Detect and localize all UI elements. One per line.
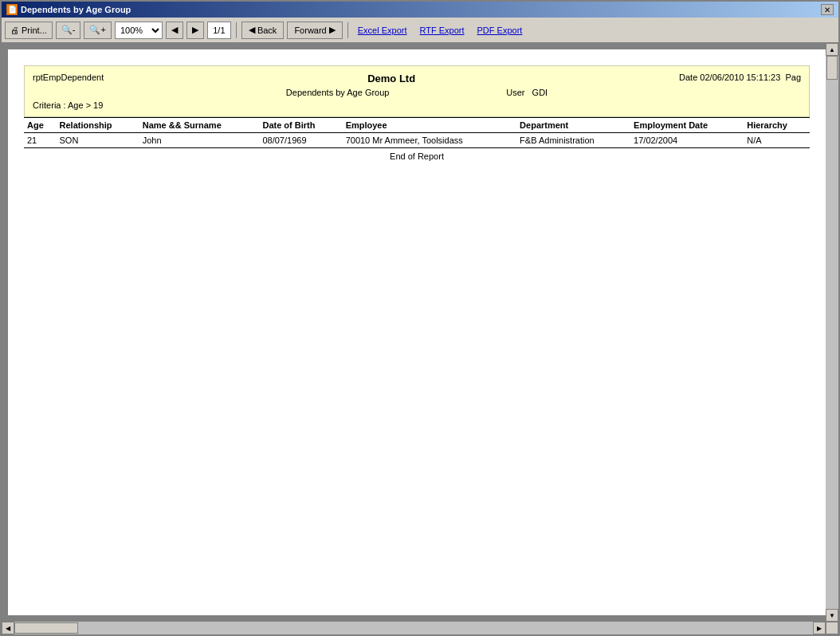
content-area: rptEmpDependent Demo Ltd Date 02/06/2010… [2, 43, 838, 634]
date-value: 02/06/2010 15:11:23 [700, 73, 780, 82]
title-bar-left: 📄 Dependents by Age Group [6, 4, 131, 15]
scrollbar-corner [826, 622, 838, 634]
table-body: 21 SON John 08/07/1969 70010 Mr Ammeer, … [24, 133, 810, 148]
main-window: 📄 Dependents by Age Group ✕ 🖨 Print... 🔍… [0, 0, 840, 636]
scroll-up-button[interactable]: ▲ [826, 43, 838, 56]
report-subtitle: Dependents by Age Group [286, 88, 390, 97]
date-label: Date [679, 73, 697, 82]
horizontal-scrollbar: ◀ ▶ [2, 622, 826, 634]
close-button[interactable]: ✕ [821, 4, 834, 15]
rtf-export-button[interactable]: RTF Export [414, 22, 469, 39]
table-header: Age Relationship Name && Surname Date of… [24, 118, 810, 133]
user-value: GDI [532, 88, 548, 97]
col-hierarchy: Hierarchy [744, 118, 810, 133]
scroll-track-v[interactable] [826, 56, 838, 609]
cell-relationship: SON [57, 133, 139, 148]
report-header-middle: Dependents by Age Group User GDI [33, 88, 801, 97]
criteria-text: Criteria : Age > 19 [33, 100, 103, 110]
col-relationship: Relationship [57, 118, 139, 133]
zoom-out-button[interactable]: 🔍- [56, 22, 81, 39]
cell-dob: 08/07/1969 [259, 133, 342, 148]
report-name: rptEmpDependent [33, 73, 104, 82]
separator-1 [236, 22, 237, 38]
scroll-track-h[interactable] [14, 622, 813, 634]
end-of-report: End of Report [24, 147, 810, 164]
zoom-select[interactable]: 100% 75% 50% 150% [115, 22, 163, 39]
back-arrow-icon: ◀ [249, 25, 255, 35]
forward-button[interactable]: Forward ▶ [287, 22, 342, 39]
cell-age: 21 [24, 133, 57, 148]
report-page: rptEmpDependent Demo Ltd Date 02/06/2010… [8, 49, 826, 180]
zoom-in-icon: 🔍+ [89, 25, 105, 35]
zoom-in-button[interactable]: 🔍+ [84, 22, 111, 39]
scroll-thumb-h[interactable] [14, 622, 78, 634]
col-dob: Date of Birth [259, 118, 342, 133]
back-button[interactable]: ◀ Back [241, 22, 284, 39]
vertical-scrollbar: ▲ ▼ [826, 43, 838, 622]
zoom-out-icon: 🔍- [61, 25, 76, 35]
window-icon: 📄 [6, 4, 18, 15]
page-input[interactable] [207, 22, 231, 39]
criteria-row: Criteria : Age > 19 [33, 100, 801, 110]
prev-page-button[interactable]: ◀ [166, 22, 183, 39]
horizontal-scrollbar-container: ◀ ▶ [2, 622, 838, 634]
page-label: Pag [785, 73, 801, 82]
pdf-export-button[interactable]: PDF Export [473, 22, 528, 39]
report-header-top: rptEmpDependent Demo Ltd Date 02/06/2010… [33, 73, 801, 84]
table-row: 21 SON John 08/07/1969 70010 Mr Ammeer, … [24, 133, 810, 148]
cell-employee: 70010 Mr Ammeer, Toolsidass [343, 133, 516, 148]
report-header: rptEmpDependent Demo Ltd Date 02/06/2010… [24, 65, 810, 117]
header-row: Age Relationship Name && Surname Date of… [24, 118, 810, 133]
col-employee: Employee [343, 118, 516, 133]
report-meta-right: Date 02/06/2010 15:11:23 Pag [679, 73, 801, 82]
printer-icon: 🖨 [10, 26, 19, 35]
cell-name: John [139, 133, 260, 148]
window-title: Dependents by Age Group [21, 5, 131, 14]
scroll-right-button[interactable]: ▶ [813, 622, 826, 634]
scroll-down-button[interactable]: ▼ [826, 609, 838, 622]
scroll-thumb-v[interactable] [826, 56, 838, 80]
report-company: Demo Ltd [104, 73, 679, 84]
print-button[interactable]: 🖨 Print... [5, 22, 53, 39]
separator-2 [347, 22, 348, 38]
cell-department: F&B Administration [516, 133, 630, 148]
user-label: User [506, 88, 524, 97]
excel-export-button[interactable]: Excel Export [353, 22, 412, 39]
cell-hierarchy: N/A [744, 133, 810, 148]
report-table: Age Relationship Name && Surname Date of… [24, 117, 810, 147]
toolbar: 🖨 Print... 🔍- 🔍+ 100% 75% 50% 150% ◀ ▶ ◀… [2, 18, 838, 43]
title-bar: 📄 Dependents by Age Group ✕ [2, 2, 838, 18]
cell-employment-date: 17/02/2004 [630, 133, 744, 148]
col-department: Department [516, 118, 630, 133]
forward-arrow-icon: ▶ [329, 25, 336, 35]
next-page-button[interactable]: ▶ [186, 22, 204, 39]
col-name: Name && Surname [139, 118, 260, 133]
col-employment-date: Employment Date [630, 118, 744, 133]
col-age: Age [24, 118, 57, 133]
scroll-left-button[interactable]: ◀ [2, 622, 14, 634]
report-container: rptEmpDependent Demo Ltd Date 02/06/2010… [8, 49, 826, 615]
